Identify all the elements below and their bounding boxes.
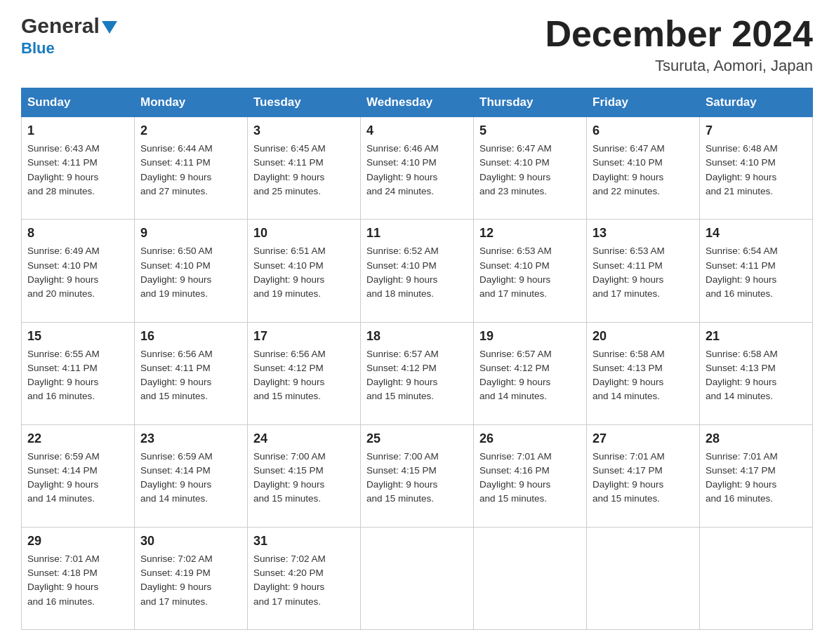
day-number: 16 [140,327,241,346]
day-number: 27 [593,429,694,448]
calendar-table: Sunday Monday Tuesday Wednesday Thursday… [21,88,813,630]
day-number: 5 [479,121,581,140]
daylight-minutes-text: and 15 minutes. [253,391,321,401]
sunrise-text: Sunrise: 6:48 AM [706,143,778,154]
sunrise-text: Sunrise: 6:58 AM [706,349,778,359]
daylight-text: Daylight: 9 hours [253,274,324,285]
table-row: 31 Sunrise: 7:02 AM Sunset: 4:20 PM Dayl… [248,527,361,629]
sunset-text: Sunset: 4:11 PM [140,157,211,168]
sunrise-text: Sunrise: 7:00 AM [253,451,326,462]
table-row: 20 Sunrise: 6:58 AM Sunset: 4:13 PM Dayl… [587,322,700,424]
daylight-text: Daylight: 9 hours [593,172,663,182]
day-number: 18 [366,327,468,346]
table-row: 26 Sunrise: 7:01 AM Sunset: 4:16 PM Dayl… [474,424,587,527]
sunrise-text: Sunrise: 6:58 AM [593,349,665,359]
daylight-text: Daylight: 9 hours [479,274,550,285]
day-number: 17 [253,327,355,346]
sunset-text: Sunset: 4:10 PM [706,157,776,168]
daylight-minutes-text: and 17 minutes. [479,288,547,299]
day-number: 24 [253,429,355,448]
daylight-text: Daylight: 9 hours [140,172,211,182]
daylight-text: Daylight: 9 hours [253,479,324,490]
day-number: 9 [140,224,241,243]
calendar-week-row: 29 Sunrise: 7:01 AM Sunset: 4:18 PM Dayl… [22,527,813,629]
sunset-text: Sunset: 4:17 PM [593,465,663,476]
sunset-text: Sunset: 4:10 PM [27,260,98,271]
sunset-text: Sunset: 4:11 PM [27,157,98,168]
table-row: 6 Sunrise: 6:47 AM Sunset: 4:10 PM Dayli… [587,117,700,220]
daylight-text: Daylight: 9 hours [27,377,98,387]
daylight-minutes-text: and 19 minutes. [140,288,208,299]
daylight-text: Daylight: 9 hours [253,172,324,182]
sunrise-text: Sunrise: 6:57 AM [366,349,439,359]
sunset-text: Sunset: 4:10 PM [593,157,663,168]
table-row: 17 Sunrise: 6:56 AM Sunset: 4:12 PM Dayl… [248,322,361,424]
day-number: 2 [140,121,241,140]
sunset-text: Sunset: 4:12 PM [253,363,324,373]
day-number: 8 [27,224,128,243]
day-number: 4 [366,121,468,140]
sunset-text: Sunset: 4:15 PM [366,465,437,476]
sunset-text: Sunset: 4:10 PM [366,157,437,168]
sunrise-text: Sunrise: 7:01 AM [479,451,552,462]
sunset-text: Sunset: 4:20 PM [253,568,324,578]
col-sunday: Sunday [22,88,135,117]
day-number: 21 [706,327,807,346]
month-title: December 2024 [545,14,813,54]
sunrise-text: Sunrise: 6:51 AM [253,246,326,256]
table-row: 29 Sunrise: 7:01 AM Sunset: 4:18 PM Dayl… [22,527,135,629]
daylight-minutes-text: and 14 minutes. [140,493,208,504]
table-row [474,527,587,629]
daylight-minutes-text: and 17 minutes. [593,288,660,299]
daylight-minutes-text: and 27 minutes. [140,186,208,196]
daylight-minutes-text: and 16 minutes. [27,391,95,401]
table-row: 2 Sunrise: 6:44 AM Sunset: 4:11 PM Dayli… [135,117,248,220]
day-number: 26 [479,429,581,448]
sunrise-text: Sunrise: 6:59 AM [27,451,100,462]
day-number: 12 [479,224,581,243]
daylight-text: Daylight: 9 hours [140,582,211,592]
daylight-text: Daylight: 9 hours [366,172,437,182]
daylight-minutes-text: and 14 minutes. [706,391,773,401]
sunrise-text: Sunrise: 6:52 AM [366,246,439,256]
sunset-text: Sunset: 4:10 PM [140,260,211,271]
table-row: 19 Sunrise: 6:57 AM Sunset: 4:12 PM Dayl… [474,322,587,424]
daylight-text: Daylight: 9 hours [27,274,98,285]
sunset-text: Sunset: 4:12 PM [479,363,550,373]
daylight-minutes-text: and 17 minutes. [140,596,208,607]
table-row [700,527,813,629]
sunrise-text: Sunrise: 6:59 AM [140,451,213,462]
col-friday: Friday [587,88,700,117]
col-saturday: Saturday [700,88,813,117]
sunrise-text: Sunrise: 7:00 AM [366,451,439,462]
sunrise-text: Sunrise: 6:44 AM [140,143,213,154]
daylight-minutes-text: and 21 minutes. [706,186,773,196]
page: General Blue December 2024 Tsuruta, Aomo… [0,0,834,644]
day-number: 28 [706,429,807,448]
sunset-text: Sunset: 4:11 PM [140,363,211,373]
daylight-text: Daylight: 9 hours [706,377,776,387]
sunset-text: Sunset: 4:16 PM [479,465,550,476]
table-row: 16 Sunrise: 6:56 AM Sunset: 4:11 PM Dayl… [135,322,248,424]
table-row: 21 Sunrise: 6:58 AM Sunset: 4:13 PM Dayl… [700,322,813,424]
logo-general-text: General [21,14,100,38]
sunrise-text: Sunrise: 6:47 AM [479,143,552,154]
col-tuesday: Tuesday [248,88,361,117]
daylight-minutes-text: and 16 minutes. [706,493,773,504]
table-row: 8 Sunrise: 6:49 AM Sunset: 4:10 PM Dayli… [22,220,135,322]
sunrise-text: Sunrise: 6:46 AM [366,143,439,154]
daylight-minutes-text: and 14 minutes. [27,493,95,504]
daylight-text: Daylight: 9 hours [593,274,663,285]
day-number: 31 [253,532,355,551]
sunset-text: Sunset: 4:11 PM [253,157,324,168]
sunset-text: Sunset: 4:19 PM [140,568,211,578]
sunset-text: Sunset: 4:15 PM [253,465,324,476]
daylight-text: Daylight: 9 hours [27,479,98,490]
daylight-text: Daylight: 9 hours [366,274,437,285]
daylight-text: Daylight: 9 hours [27,582,98,592]
sunset-text: Sunset: 4:10 PM [253,260,324,271]
table-row: 18 Sunrise: 6:57 AM Sunset: 4:12 PM Dayl… [361,322,474,424]
table-row: 10 Sunrise: 6:51 AM Sunset: 4:10 PM Dayl… [248,220,361,322]
daylight-minutes-text: and 15 minutes. [140,391,208,401]
table-row: 7 Sunrise: 6:48 AM Sunset: 4:10 PM Dayli… [700,117,813,220]
